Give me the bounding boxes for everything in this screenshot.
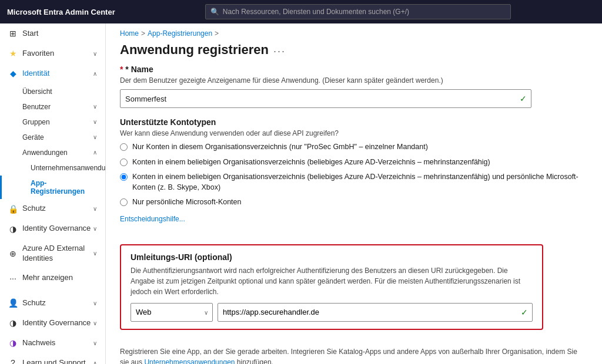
enterprise-apps-link[interactable]: Unternehmensanwendungen: [144, 358, 235, 365]
search-icon: 🔍: [210, 8, 219, 16]
chevron-icon: ∨: [93, 119, 97, 125]
check-icon: ✓: [520, 94, 527, 103]
breadcrumb-home[interactable]: Home: [120, 29, 139, 38]
radio-label-opt1[interactable]: Nur Konten in diesem Organisationsverzei…: [132, 142, 428, 153]
breadcrumb-sep2: >: [215, 29, 219, 38]
radio-opt4[interactable]: [120, 198, 128, 206]
account-types-section: Unterstützte Kontotypen Wer kann diese A…: [106, 117, 602, 240]
sidebar-item-schutz2[interactable]: 👤 Schutz ∨: [0, 293, 105, 313]
sidebar-item-learn-support[interactable]: ? Learn und Support ∧: [0, 353, 105, 364]
chevron-icon: ∨: [93, 250, 97, 257]
sidebar-item-gruppen[interactable]: Gruppen ∨: [0, 114, 105, 130]
sidebar-label-identity-governance: Identity Governance: [22, 224, 91, 234]
page-title: Anwendung registrieren: [120, 42, 269, 58]
radio-opt3[interactable]: [120, 173, 128, 181]
sidebar-item-start[interactable]: ⊞ Start: [0, 23, 105, 43]
page-header: Anwendung registrieren ···: [106, 40, 602, 65]
sidebar-item-benutzer[interactable]: Benutzer ∨: [0, 99, 105, 114]
sidebar-item-favoriten[interactable]: ★ Favoriten ∨: [0, 43, 105, 63]
uri-section: Umleitungs-URI (optional) Die Authentifi…: [120, 244, 543, 330]
sidebar-item-mehr-anzeigen[interactable]: ··· Mehr anzeigen: [0, 268, 105, 288]
uri-inputs: Web SPA Public client / native ∨ ✓: [131, 303, 533, 322]
chevron-icon: ∨: [93, 319, 97, 327]
platform-select[interactable]: Web SPA Public client / native: [131, 303, 213, 322]
chevron-icon: ∨: [93, 339, 97, 347]
radio-label-opt3[interactable]: Konten in einem beliebigen Organisations…: [132, 172, 588, 193]
name-section: * * Name Der dem Benutzer gezeigte Anzei…: [106, 65, 602, 117]
required-marker: *: [120, 65, 125, 74]
sidebar-label-geraete: Geräte: [22, 133, 44, 141]
sidebar-item-identity-governance2[interactable]: ◑ Identity Governance ∨: [0, 313, 105, 333]
sidebar-label-app-registrierungen: App-Registrierungen: [31, 179, 85, 196]
uri-input-wrapper: ✓: [218, 303, 533, 322]
decision-help-link[interactable]: Entscheidungshilfe...: [120, 215, 185, 223]
sidebar-label-schutz: Schutz: [22, 204, 46, 214]
uri-input[interactable]: [218, 303, 533, 322]
sidebar-item-uebersicht[interactable]: Übersicht: [0, 84, 105, 99]
sidebar-label-gruppen: Gruppen: [22, 118, 50, 126]
uri-check-icon: ✓: [521, 308, 528, 317]
sidebar-item-unternehmensanwendungen[interactable]: Unternehmensanwendungen: [0, 160, 105, 176]
governance2-icon: ◑: [8, 318, 18, 328]
search-input[interactable]: [223, 8, 506, 16]
more-icon: ···: [8, 273, 18, 284]
chevron-icon: ∨: [93, 134, 97, 140]
nachweis-icon: ◑: [8, 338, 18, 348]
name-input[interactable]: [120, 89, 531, 108]
sidebar-label-identity-governance2: Identity Governance: [22, 318, 91, 328]
radio-item-opt4: Nur persönliche Microsoft-Konten: [120, 197, 588, 208]
sidebar-label-learn-support: Learn und Support: [22, 358, 86, 364]
chevron-icon: ∨: [93, 205, 97, 213]
radio-group: Nur Konten in diesem Organisationsverzei…: [120, 142, 588, 208]
search-bar[interactable]: 🔍: [205, 4, 511, 19]
sidebar-label-anwendungen: Anwendungen: [22, 149, 68, 157]
sidebar-item-app-registrierungen[interactable]: App-Registrierungen: [0, 176, 105, 199]
governance-icon: ◑: [8, 224, 18, 234]
account-types-question: Wer kann diese Anwendung verwenden oder …: [120, 129, 588, 137]
sidebar-item-nachweis[interactable]: ◑ Nachweis ∨: [0, 333, 105, 353]
radio-label-opt4[interactable]: Nur persönliche Microsoft-Konten: [132, 197, 242, 208]
radio-item-opt3: Konten in einem beliebigen Organisations…: [120, 172, 588, 193]
chevron-icon: ∧: [93, 359, 97, 364]
topbar: Microsoft Entra Admin Center 🔍: [0, 0, 602, 23]
sidebar-label-schutz2: Schutz: [22, 298, 46, 308]
page-more-button[interactable]: ···: [273, 45, 286, 58]
uri-description: Die Authentifizierungsantwort wird nach …: [131, 265, 533, 297]
sidebar-item-identity-governance[interactable]: ◑ Identity Governance ∨: [0, 219, 105, 239]
sidebar-item-identitaet[interactable]: ◆ Identität ∧: [0, 63, 105, 83]
app-title: Microsoft Entra Admin Center: [7, 8, 115, 16]
chevron-icon: ∨: [93, 50, 97, 58]
radio-opt1[interactable]: [120, 143, 128, 151]
sidebar-label-azure-ad: Azure AD External Identities: [22, 244, 93, 264]
main-content: Home > App-Registrierungen > Anwendung r…: [106, 23, 602, 364]
account-types-title: Unterstützte Kontotypen: [120, 117, 588, 127]
sidebar: ⊞ Start ★ Favoriten ∨ ◆ Identität ∧ Über…: [0, 23, 106, 364]
learn-icon: ?: [8, 358, 18, 364]
radio-label-opt2[interactable]: Konten in einem beliebigen Organisations…: [132, 157, 490, 168]
user-shield-icon: 👤: [8, 298, 18, 308]
chevron-icon: ∨: [93, 299, 97, 307]
sidebar-item-schutz[interactable]: 🔒 Schutz ∨: [0, 199, 105, 219]
sidebar-label-uebersicht: Übersicht: [22, 87, 52, 96]
sidebar-label-identitaet: Identität: [22, 69, 49, 79]
sidebar-item-anwendungen[interactable]: Anwendungen ∧: [0, 145, 105, 160]
sidebar-label-start: Start: [22, 29, 38, 39]
platform-select-wrapper: Web SPA Public client / native ∨: [131, 303, 213, 322]
external-icon: ⊕: [8, 248, 18, 259]
sidebar-label-favoriten: Favoriten: [22, 49, 54, 59]
sidebar-label-benutzer: Benutzer: [22, 103, 51, 111]
footer-register-info: Registrieren Sie eine App, an der Sie ge…: [106, 339, 602, 365]
sidebar-item-geraete[interactable]: Geräte ∨: [0, 130, 105, 145]
radio-item-opt2: Konten in einem beliebigen Organisations…: [120, 157, 588, 168]
chevron-icon: ∧: [93, 70, 97, 77]
star-icon: ★: [8, 48, 18, 59]
radio-opt2[interactable]: [120, 159, 128, 166]
uri-title: Umleitungs-URI (optional): [131, 252, 533, 262]
name-label: * * Name: [120, 65, 588, 74]
breadcrumb-app-reg[interactable]: App-Registrierungen: [148, 29, 212, 38]
chevron-icon: ∧: [93, 149, 97, 156]
sidebar-label-mehr-anzeigen: Mehr anzeigen: [22, 273, 73, 283]
home-icon: ⊞: [8, 28, 18, 39]
footer-text-after: hinzufügen.: [237, 358, 273, 365]
sidebar-item-azure-ad[interactable]: ⊕ Azure AD External Identities ∨: [0, 239, 105, 268]
